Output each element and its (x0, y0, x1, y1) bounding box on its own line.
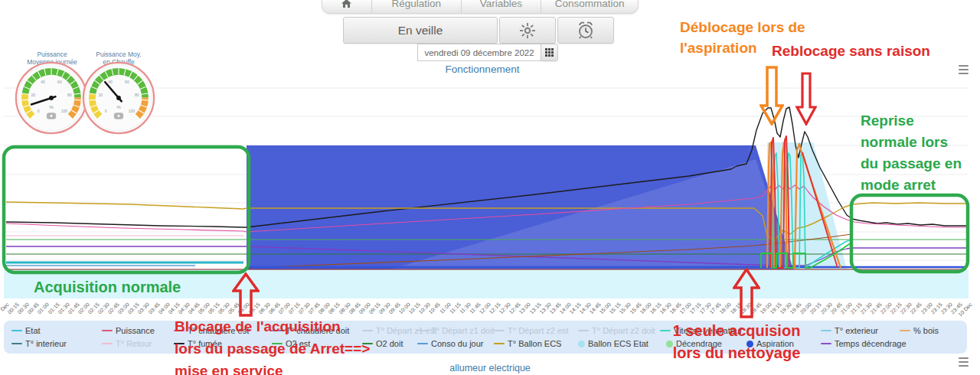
legend-marker (11, 330, 22, 331)
down-arrow-reblocage (795, 72, 817, 126)
svg-text:100: 100 (61, 109, 68, 113)
legend-label: Conso du jour (431, 339, 484, 348)
day-mode-button[interactable] (499, 17, 556, 44)
legend-label: Temps décendrage (835, 339, 906, 348)
svg-text:60: 60 (57, 80, 62, 84)
legend-item[interactable]: Conso du jour (417, 339, 484, 348)
legend-item[interactable]: % bois (900, 326, 939, 335)
legend-item[interactable]: Etat (11, 326, 41, 335)
down-arrow-deblocage (760, 66, 784, 126)
status-label: En veille (398, 24, 443, 38)
legend-item[interactable]: Temps décendrage (821, 339, 906, 348)
annotation-reblocage: Reblocage sans raison (772, 43, 930, 60)
svg-text:%: % (49, 104, 54, 109)
tab-label: Consommation (555, 0, 625, 10)
gauge-puissance-chauffe: 020406080100% (82, 61, 155, 135)
chart-caption: allumeur electrique (425, 363, 555, 373)
legend-label: Etat (25, 326, 41, 335)
svg-text:100: 100 (129, 109, 136, 113)
tab-consommation[interactable]: Consommation (541, 0, 638, 13)
legend-marker (417, 330, 428, 331)
legend-marker (417, 343, 428, 344)
svg-text:40: 40 (41, 80, 45, 84)
tab-home[interactable] (322, 0, 371, 13)
legend-item[interactable]: T° exterieur (821, 326, 878, 335)
main-tabbar: Régulation Variables Consommation (322, 0, 639, 14)
annotation-acquisition-normale: Acquisition normale (34, 279, 181, 296)
legend-marker (494, 343, 505, 344)
legend-marker (578, 330, 589, 331)
tab-label: Régulation (391, 0, 441, 10)
svg-text:60: 60 (125, 80, 129, 84)
legend-marker (102, 343, 113, 344)
tab-regulation[interactable]: Régulation (371, 0, 461, 13)
annotation-nettoyage: 1 seule acquisionlors du nettoyage (655, 320, 818, 364)
chart-legend: EtatPuissanceT° chaudière estT° chaudièr… (4, 321, 967, 354)
chart-menu-icon[interactable] (959, 65, 969, 74)
legend-marker (494, 330, 505, 331)
legend-item[interactable]: T° interieur (11, 339, 67, 348)
calendar-grid-icon (545, 48, 554, 57)
legend-item[interactable]: T° Départ z2 doit (578, 326, 655, 335)
mode-link[interactable]: Fonctionnement (383, 64, 582, 75)
annotation-blocage: Blocage de l'acquisitionlors du passage … (175, 315, 370, 375)
legend-label: O2 doit (376, 339, 403, 348)
legend-marker (821, 330, 831, 331)
svg-text:80: 80 (135, 93, 139, 97)
tab-label: Variables (480, 0, 522, 10)
gauge-puissance-journee: 020406080100% (15, 61, 88, 135)
status-button[interactable]: En veille (343, 17, 498, 44)
annotation-reprise: Reprisenormale lors du passage enmode ar… (861, 110, 962, 196)
legend-item[interactable]: Puissance (102, 326, 155, 335)
legend-marker (102, 330, 113, 331)
legend-item[interactable]: T° Départ z2 est (494, 326, 569, 335)
svg-text:0: 0 (105, 109, 107, 113)
legend-label: % bois (913, 326, 939, 335)
legend-label: T° Retour (116, 339, 152, 348)
legend-label: T° Départ z2 est (508, 326, 569, 335)
alarm-clock-icon (577, 21, 595, 40)
legend-marker (821, 343, 831, 344)
home-icon (341, 0, 351, 8)
legend-label: T° Départ z2 doit (592, 326, 655, 335)
alarm-button[interactable] (557, 17, 614, 44)
date-input[interactable]: vendredi 09 décembre 2022 (417, 44, 541, 61)
sun-icon (519, 22, 536, 39)
svg-text:20: 20 (99, 93, 103, 97)
legend-marker (11, 343, 22, 344)
date-value: vendredi 09 décembre 2022 (424, 48, 534, 57)
legend-marker (900, 330, 910, 331)
legend-item[interactable]: T° Départ z1 doit (417, 326, 495, 335)
calendar-picker-button[interactable] (541, 44, 558, 61)
legend-label: T° Ballon ECS (508, 339, 561, 348)
up-arrow-blocage (232, 272, 260, 317)
legend-item[interactable]: Ballon ECS Etat (578, 339, 648, 348)
legend-item[interactable]: T° Ballon ECS (494, 339, 561, 348)
legend-label: T° interieur (25, 339, 67, 348)
svg-text:0: 0 (38, 109, 40, 113)
legend-label: T° exterieur (835, 326, 878, 335)
chart-menu-icon-bottom[interactable] (959, 357, 969, 367)
svg-text:80: 80 (67, 93, 72, 97)
legend-item[interactable]: T° Retour (102, 339, 152, 348)
svg-text:%: % (116, 104, 121, 109)
up-arrow-nettoyage (733, 268, 760, 320)
legend-label: Ballon ECS Etat (588, 339, 648, 348)
tab-variables[interactable]: Variables (461, 0, 541, 13)
svg-text:20: 20 (31, 93, 36, 97)
legend-label: Puissance (116, 326, 155, 335)
svg-text:40: 40 (108, 80, 113, 84)
legend-label: T° Départ z1 doit (431, 326, 495, 335)
legend-marker (578, 341, 585, 347)
